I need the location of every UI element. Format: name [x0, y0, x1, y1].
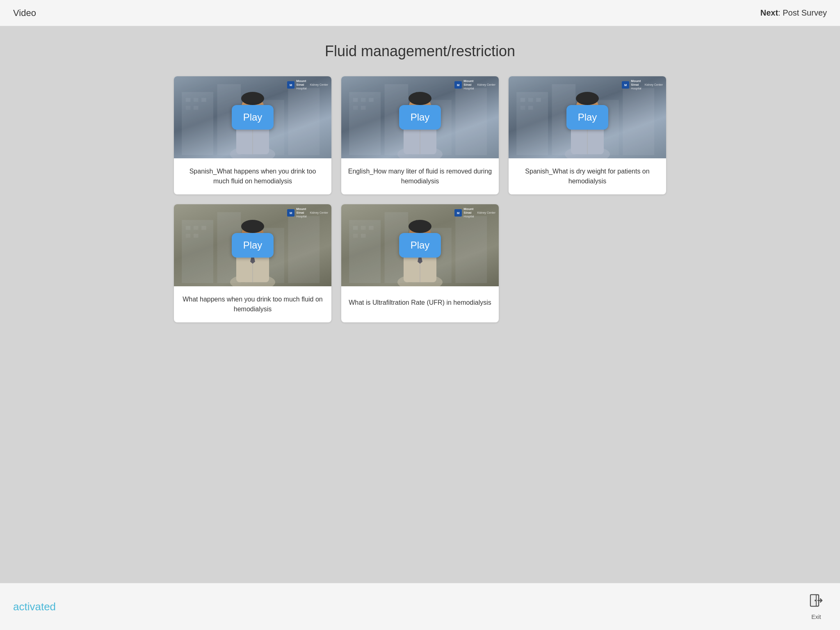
svg-rect-4 [186, 98, 191, 102]
svg-rect-23 [353, 98, 358, 102]
svg-rect-64 [186, 234, 191, 238]
svg-rect-63 [201, 226, 206, 230]
svg-rect-65 [194, 234, 199, 238]
video-caption-3: Spanish_What is dry weight for patients … [509, 158, 666, 194]
video-grid: M Mount Sinai Hospital Kidney Center [174, 76, 666, 322]
svg-rect-25 [369, 98, 374, 102]
video-caption-2: English_How many liter of fluid is remov… [341, 158, 499, 194]
mount-sinai-logo-4: M Mount Sinai Hospital Kidney Center [287, 208, 328, 218]
page-header: Video Next: Post Survey [0, 0, 840, 26]
svg-rect-46 [528, 106, 533, 110]
mount-sinai-logo-3: M Mount Sinai Hospital Kidney Center [622, 80, 663, 90]
exit-label: Exit [811, 614, 821, 620]
svg-rect-44 [536, 98, 541, 102]
svg-rect-8 [194, 106, 199, 110]
logo-activated: activat [13, 600, 44, 613]
header-title: Video [13, 8, 36, 18]
svg-rect-62 [194, 226, 199, 230]
video-caption-5: What is Ultrafiltration Rate (UFR) in he… [341, 286, 499, 319]
exit-button[interactable]: Exit [806, 590, 827, 623]
svg-rect-27 [361, 106, 366, 110]
svg-rect-5 [194, 98, 199, 102]
activated-logo: activated [13, 600, 56, 613]
video-card-3[interactable]: M Mount Sinai Hospital Kidney Center [509, 76, 666, 194]
page-footer: activated Exit [0, 583, 840, 630]
svg-text:M: M [624, 83, 627, 87]
video-thumbnail-5: M Mount Sinai Hospital Kidney Center [341, 204, 499, 286]
svg-point-72 [241, 220, 264, 233]
svg-rect-83 [369, 226, 374, 230]
svg-text:M: M [457, 83, 459, 87]
play-button-1[interactable]: Play [232, 105, 274, 130]
page-title: Fluid management/restriction [25, 43, 815, 60]
exit-icon [809, 593, 824, 611]
svg-rect-85 [361, 234, 366, 238]
main-content: Fluid management/restriction [0, 26, 840, 583]
svg-rect-61 [186, 226, 191, 230]
video-thumbnail-1: M Mount Sinai Hospital Kidney Center [174, 76, 331, 158]
video-thumbnail-3: M Mount Sinai Hospital Kidney Center [509, 76, 666, 158]
svg-rect-80 [455, 216, 487, 283]
svg-rect-6 [201, 98, 206, 102]
video-card-5[interactable]: M Mount Sinai Hospital Kidney Center [341, 204, 499, 322]
header-next: Next: Post Survey [760, 8, 827, 18]
svg-rect-22 [455, 88, 487, 155]
video-card-4[interactable]: M Mount Sinai Hospital Kidney Center [174, 204, 331, 322]
svg-rect-41 [623, 88, 654, 155]
svg-rect-81 [353, 226, 358, 230]
header-next-bold: Next [760, 8, 778, 17]
play-button-4[interactable]: Play [232, 233, 274, 258]
mount-sinai-logo-1: M Mount Sinai Hospital Kidney Center [287, 80, 328, 90]
svg-rect-7 [186, 106, 191, 110]
svg-point-99 [815, 600, 816, 601]
svg-rect-45 [520, 106, 525, 110]
video-caption-1: Spanish_What happens when you drink too … [174, 158, 331, 194]
svg-rect-84 [353, 234, 358, 238]
svg-text:M: M [290, 211, 292, 215]
video-thumbnail-4: M Mount Sinai Hospital Kidney Center [174, 204, 331, 286]
svg-text:M: M [290, 83, 292, 87]
logo-ed: ed [44, 600, 56, 613]
video-caption-4: What happens when you drink too much flu… [174, 286, 331, 322]
svg-rect-26 [353, 106, 358, 110]
video-thumbnail-2: M Mount Sinai Hospital Kidney Center [341, 76, 499, 158]
svg-point-53 [576, 92, 599, 105]
svg-rect-60 [288, 216, 320, 283]
svg-rect-42 [520, 98, 525, 102]
mount-sinai-logo-2: M Mount Sinai Hospital Kidney Center [454, 80, 495, 90]
svg-point-15 [241, 92, 264, 105]
video-card-1[interactable]: M Mount Sinai Hospital Kidney Center [174, 76, 331, 194]
svg-rect-3 [288, 88, 320, 155]
video-card-2[interactable]: M Mount Sinai Hospital Kidney Center [341, 76, 499, 194]
svg-rect-24 [361, 98, 366, 102]
svg-rect-82 [361, 226, 366, 230]
play-button-2[interactable]: Play [399, 105, 441, 130]
play-button-5[interactable]: Play [399, 233, 441, 258]
header-next-text: : Post Survey [778, 8, 827, 17]
svg-text:M: M [457, 211, 459, 215]
mount-sinai-logo-5: M Mount Sinai Hospital Kidney Center [454, 208, 495, 218]
svg-rect-43 [528, 98, 533, 102]
logo-text: activated [13, 600, 56, 613]
play-button-3[interactable]: Play [566, 105, 609, 130]
svg-point-34 [409, 92, 431, 105]
svg-point-92 [409, 220, 431, 233]
